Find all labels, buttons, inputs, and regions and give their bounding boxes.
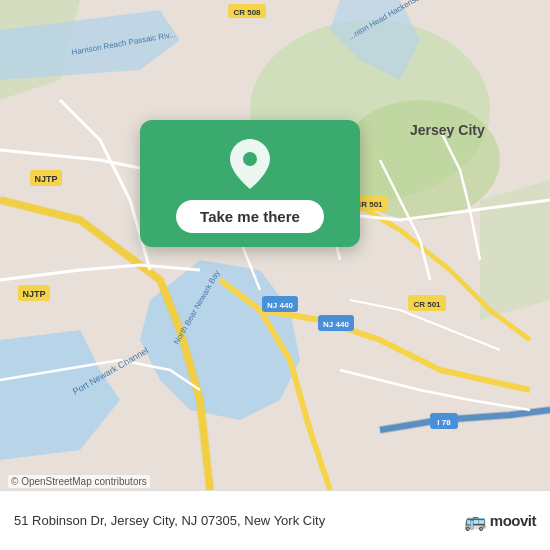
popup-card: Take me there	[140, 120, 360, 247]
svg-text:I 78: I 78	[437, 418, 451, 427]
take-me-there-button[interactable]: Take me there	[176, 200, 324, 233]
map-container: NJTP NJTP NJ 440 NJ 440 CR 501 CR 501 I …	[0, 0, 550, 490]
svg-text:NJ 440: NJ 440	[323, 320, 349, 329]
moovit-logo: 🚌 moovit	[464, 510, 536, 532]
svg-text:NJTP: NJTP	[34, 174, 57, 184]
pin-icon-wrap	[224, 138, 276, 190]
svg-text:CR 508: CR 508	[233, 8, 261, 17]
moovit-wordmark: moovit	[490, 512, 536, 529]
svg-text:Jersey City: Jersey City	[410, 122, 485, 138]
svg-point-30	[243, 152, 257, 166]
svg-text:NJ 440: NJ 440	[267, 301, 293, 310]
moovit-icon: 🚌	[464, 510, 486, 532]
osm-credit: © OpenStreetMap contributors	[8, 475, 150, 488]
svg-text:NJTP: NJTP	[22, 289, 45, 299]
location-pin-icon	[228, 137, 272, 191]
address-text: 51 Robinson Dr, Jersey City, NJ 07305, N…	[14, 513, 325, 528]
svg-text:CR 501: CR 501	[413, 300, 441, 309]
bottom-bar: 51 Robinson Dr, Jersey City, NJ 07305, N…	[0, 490, 550, 550]
